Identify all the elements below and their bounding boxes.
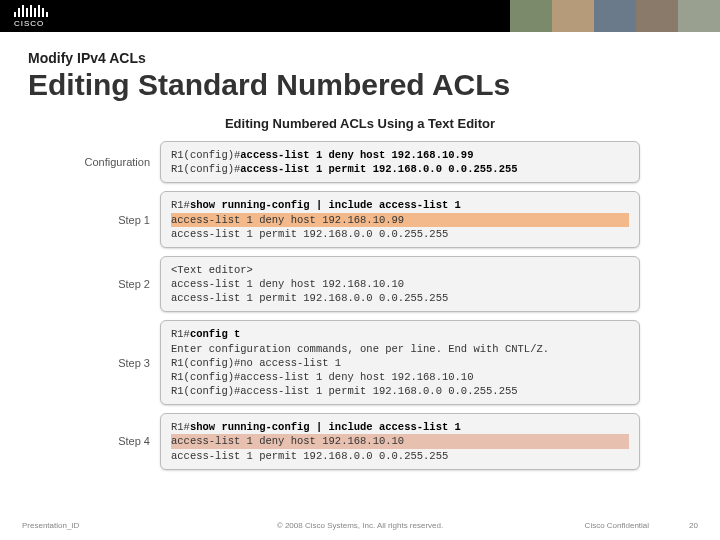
- output-highlight: access-list 1 deny host 192.168.10.10: [171, 434, 629, 448]
- top-bar: CISCO: [0, 0, 720, 32]
- config-label: Configuration: [80, 156, 160, 168]
- config-box: R1(config)#access-list 1 deny host 192.1…: [160, 141, 640, 183]
- page-number: 20: [689, 521, 698, 530]
- confidential-label: Cisco Confidential: [585, 521, 649, 530]
- output-highlight: access-list 1 deny host 192.168.10.99: [171, 213, 629, 227]
- prompt: R1(config)#: [171, 371, 240, 383]
- output-line: access-list 1 permit 192.168.0.0 0.0.255…: [171, 228, 448, 240]
- config-row: Configuration R1(config)#access-list 1 d…: [80, 141, 640, 183]
- prompt: R1#: [171, 421, 190, 433]
- command: access-list 1 deny host 192.168.10.99: [240, 149, 473, 161]
- command: access-list 1 permit 192.168.0.0 0.0.255…: [240, 163, 517, 175]
- step2-row: Step 2 <Text editor> access-list 1 deny …: [80, 256, 640, 313]
- step-label: Step 3: [80, 357, 160, 369]
- output-line: access-list 1 permit 192.168.0.0 0.0.255…: [171, 292, 448, 304]
- prompt: R1(config)#: [171, 149, 240, 161]
- prompt: R1(config)#: [171, 357, 240, 369]
- cisco-logo: CISCO: [14, 5, 48, 28]
- page-title: Editing Standard Numbered ACLs: [28, 68, 692, 102]
- step-label: Step 2: [80, 278, 160, 290]
- command: access-list 1 deny host 192.168.10.10: [240, 371, 473, 383]
- panel-title: Editing Numbered ACLs Using a Text Edito…: [80, 116, 640, 131]
- command: no access-list 1: [240, 357, 341, 369]
- prompt: R1#: [171, 328, 190, 340]
- step1-row: Step 1 R1#show running-config | include …: [80, 191, 640, 248]
- step4-row: Step 4 R1#show running-config | include …: [80, 413, 640, 470]
- prompt: R1#: [171, 199, 190, 211]
- prompt: R1(config)#: [171, 385, 240, 397]
- command: access-list 1 permit 192.168.0.0 0.0.255…: [240, 385, 517, 397]
- section-subtitle: Modify IPv4 ACLs: [28, 50, 692, 66]
- step-label: Step 4: [80, 435, 160, 447]
- editor-panel: Editing Numbered ACLs Using a Text Edito…: [80, 116, 640, 470]
- copyright: © 2008 Cisco Systems, Inc. All rights re…: [277, 521, 443, 530]
- editor-head: <Text editor>: [171, 264, 253, 276]
- slide-content: Modify IPv4 ACLs Editing Standard Number…: [0, 32, 720, 470]
- step3-row: Step 3 R1#config t Enter configuration c…: [80, 320, 640, 405]
- prompt: R1(config)#: [171, 163, 240, 175]
- step2-box: <Text editor> access-list 1 deny host 19…: [160, 256, 640, 313]
- logo-text: CISCO: [14, 19, 48, 28]
- footer: Presentation_ID © 2008 Cisco Systems, In…: [0, 521, 720, 530]
- output-line: Enter configuration commands, one per li…: [171, 343, 549, 355]
- step1-box: R1#show running-config | include access-…: [160, 191, 640, 248]
- presentation-id: Presentation_ID: [22, 521, 79, 530]
- step3-box: R1#config t Enter configuration commands…: [160, 320, 640, 405]
- output-line: access-list 1 permit 192.168.0.0 0.0.255…: [171, 450, 448, 462]
- photo-strip: [510, 0, 720, 32]
- command: show running-config | include access-lis…: [190, 199, 461, 211]
- step4-box: R1#show running-config | include access-…: [160, 413, 640, 470]
- logo-bars-icon: [14, 5, 48, 17]
- step-label: Step 1: [80, 214, 160, 226]
- command: config t: [190, 328, 240, 340]
- command: show running-config | include access-lis…: [190, 421, 461, 433]
- output-line: access-list 1 deny host 192.168.10.10: [171, 278, 404, 290]
